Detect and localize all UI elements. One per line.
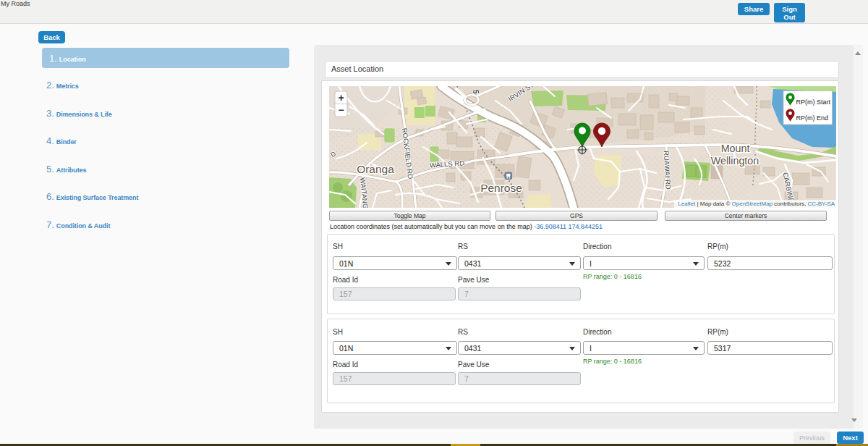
svg-text:Oranga: Oranga (357, 163, 394, 175)
svg-text:Leaflet | Map data © OpenStree: Leaflet | Map data © OpenStreetMap contr… (678, 201, 835, 207)
svg-text:RP(m) Start: RP(m) Start (796, 98, 831, 106)
svg-text:+: + (338, 92, 344, 104)
svg-text:Penrose: Penrose (480, 182, 522, 194)
svg-text:5: 5 (472, 90, 480, 94)
svg-text:−: − (338, 104, 344, 116)
svg-text:Mount: Mount (721, 143, 750, 154)
svg-text:Wellington: Wellington (711, 155, 760, 167)
svg-text:RP(m) End: RP(m) End (796, 114, 829, 122)
